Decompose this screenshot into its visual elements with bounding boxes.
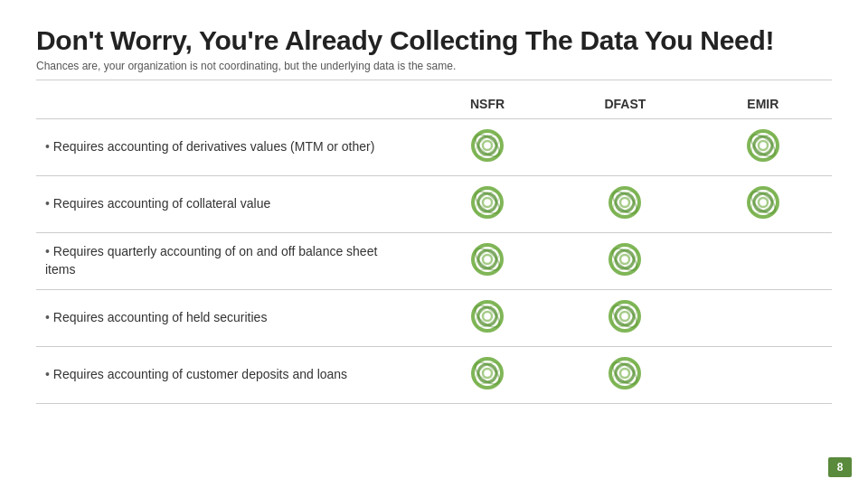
svg-point-31 <box>616 250 634 268</box>
cell-nsfr <box>419 119 556 176</box>
row-label: • Requires quarterly accounting of on an… <box>36 233 419 290</box>
cell-emir <box>694 233 832 290</box>
svg-point-32 <box>620 255 629 264</box>
slide-title: Don't Worry, You're Already Collecting T… <box>36 25 832 56</box>
cell-dfast <box>556 290 693 347</box>
svg-point-16 <box>616 193 634 211</box>
cell-dfast <box>556 119 693 176</box>
col-header-emir: EMIR <box>694 89 832 119</box>
table-row: • Requires accounting of customer deposi… <box>36 347 832 404</box>
svg-point-47 <box>483 369 492 378</box>
cell-emir <box>694 290 832 347</box>
svg-point-46 <box>478 364 496 382</box>
svg-point-37 <box>483 312 492 321</box>
table-row: • Requires accounting of derivatives val… <box>36 119 832 176</box>
table-header-row: NSFR DFAST EMIR <box>36 89 832 119</box>
row-label: • Requires accounting of customer deposi… <box>36 347 419 404</box>
cell-emir <box>694 119 832 176</box>
svg-point-1 <box>478 136 496 155</box>
col-header-nsfr: NSFR <box>419 89 556 119</box>
svg-point-26 <box>478 250 496 268</box>
col-header-dfast: DFAST <box>556 89 693 119</box>
svg-point-52 <box>620 369 629 378</box>
table-row: • Requires accounting of held securities <box>36 290 832 347</box>
slide-subtitle: Chances are, your organization is not co… <box>36 60 832 72</box>
cell-emir <box>694 347 832 404</box>
cell-nsfr <box>419 347 556 404</box>
svg-point-2 <box>483 141 492 150</box>
row-label: • Requires accounting of derivatives val… <box>36 119 419 176</box>
svg-point-27 <box>483 255 492 264</box>
svg-point-6 <box>754 136 772 155</box>
table-row: • Requires accounting of collateral valu… <box>36 176 832 233</box>
cell-nsfr <box>419 290 556 347</box>
svg-point-7 <box>759 141 768 150</box>
col-header-label <box>36 89 419 119</box>
page-number: 8 <box>828 457 852 477</box>
row-label: • Requires accounting of collateral valu… <box>36 176 419 233</box>
svg-point-11 <box>478 193 496 211</box>
svg-point-42 <box>620 312 629 321</box>
cell-dfast <box>556 347 693 404</box>
slide: Don't Worry, You're Already Collecting T… <box>0 0 868 488</box>
cell-dfast <box>556 233 693 290</box>
svg-point-21 <box>754 193 772 211</box>
cell-nsfr <box>419 176 556 233</box>
svg-point-41 <box>616 307 634 325</box>
cell-dfast <box>556 176 693 233</box>
table-row: • Requires quarterly accounting of on an… <box>36 233 832 290</box>
svg-point-36 <box>478 307 496 325</box>
row-label: • Requires accounting of held securities <box>36 290 419 347</box>
data-table: NSFR DFAST EMIR • Requires accounting of… <box>36 89 832 404</box>
svg-point-51 <box>616 364 634 382</box>
cell-emir <box>694 176 832 233</box>
svg-point-17 <box>620 198 629 207</box>
svg-point-12 <box>483 198 492 207</box>
svg-point-22 <box>759 198 768 207</box>
cell-nsfr <box>419 233 556 290</box>
divider <box>36 80 832 80</box>
